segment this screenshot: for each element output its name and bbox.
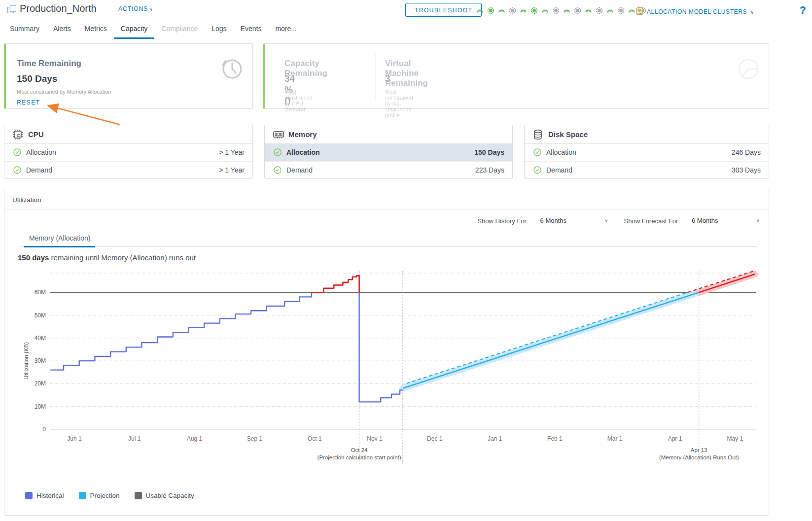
chevron-down-icon: ∨ bbox=[149, 7, 153, 12]
legend-projection: Projection bbox=[79, 492, 120, 499]
utilization-panel: Utilization Show History For: 6 Months∨ … bbox=[4, 190, 769, 516]
status-badge-gray-icon bbox=[617, 7, 625, 14]
pie-chart-icon bbox=[736, 57, 761, 83]
svg-text:Apr 13: Apr 13 bbox=[691, 447, 707, 453]
capacity-vm-remaining-card: Capacity Remaining 34 % () Most constrai… bbox=[263, 43, 769, 109]
svg-text:Nov 1: Nov 1 bbox=[367, 435, 383, 442]
chevron-down-icon: ∨ bbox=[604, 218, 608, 223]
svg-text:Jul 1: Jul 1 bbox=[128, 435, 141, 442]
troubleshoot-button[interactable]: TROUBLESHOOT bbox=[405, 3, 482, 17]
svg-text:(Projection calculation start: (Projection calculation start point) bbox=[318, 454, 401, 460]
capacity-page: { "colors": { "accent_blue": "#0079b8", … bbox=[0, 0, 812, 521]
cpu-demand-row[interactable]: Demand > 1 Year bbox=[4, 161, 252, 179]
chevron-down-icon: ∨ bbox=[750, 9, 754, 15]
svg-text:Apr 1: Apr 1 bbox=[668, 435, 682, 442]
health-arc-icon bbox=[628, 7, 635, 14]
runout-days: 150 days bbox=[18, 253, 49, 262]
vm-remaining-subtitle: Most constrained by tkg-small-node profi… bbox=[385, 89, 413, 118]
disk-space-card: Disk Space Allocation 246 Days Demand 30… bbox=[524, 125, 769, 179]
svg-text:Oct 24: Oct 24 bbox=[351, 447, 368, 453]
utilization-panel-title: Utilization bbox=[12, 196, 41, 204]
svg-text:Oct 1: Oct 1 bbox=[308, 435, 322, 442]
chart-controls: Show History For: 6 Months∨ Show Forecas… bbox=[477, 216, 761, 226]
cpu-card-title: CPU bbox=[28, 130, 44, 139]
status-badge-gray-icon bbox=[596, 7, 603, 14]
status-icon-strip bbox=[476, 7, 646, 14]
svg-text:Utilization (KB): Utilization (KB) bbox=[23, 342, 29, 380]
legend-historical: Historical bbox=[25, 492, 64, 499]
health-arc-icon bbox=[541, 7, 549, 14]
historical-swatch bbox=[25, 492, 33, 499]
check-circle-icon bbox=[274, 148, 282, 158]
health-arc-icon bbox=[476, 7, 484, 14]
legend-usable-capacity: Usable Capacity bbox=[135, 492, 194, 499]
svg-text:Jun 1: Jun 1 bbox=[67, 435, 82, 442]
usable-capacity-swatch bbox=[135, 492, 142, 499]
cluster-object-icon bbox=[7, 5, 15, 13]
svg-text:60M: 60M bbox=[35, 289, 46, 296]
disk-space-card-title: Disk Space bbox=[548, 130, 588, 139]
svg-text:Feb 1: Feb 1 bbox=[547, 435, 563, 442]
svg-text:30M: 30M bbox=[35, 357, 46, 364]
projection-swatch bbox=[79, 492, 86, 499]
check-circle-icon bbox=[13, 148, 21, 158]
app-header: Production_North ACTIONS∨ TROUBLESHOOT A… bbox=[0, 0, 812, 22]
history-range-select[interactable]: 6 Months∨ bbox=[539, 216, 609, 226]
forecast-range-select[interactable]: 6 Months∨ bbox=[691, 216, 761, 226]
tab-capacity[interactable]: Capacity bbox=[114, 22, 154, 39]
show-history-label: Show History For: bbox=[477, 217, 528, 225]
actions-menu-button[interactable]: ACTIONS∨ bbox=[118, 5, 153, 12]
tab-logs[interactable]: Logs bbox=[205, 22, 233, 39]
object-tabbar: Summary Alerts Metrics Capacity Complian… bbox=[3, 22, 304, 39]
runout-text: remaining until Memory (Allocation) runs… bbox=[49, 253, 196, 262]
status-badge-green-icon bbox=[487, 7, 494, 14]
card-divider bbox=[375, 53, 376, 101]
memory-card-header: Memory bbox=[265, 125, 512, 144]
vm-remaining-title: Virtual Machine Remaining bbox=[385, 59, 428, 88]
cpu-icon bbox=[12, 129, 23, 142]
check-circle-icon bbox=[533, 148, 541, 158]
tab-summary[interactable]: Summary bbox=[3, 22, 46, 39]
reset-link[interactable]: RESET bbox=[17, 99, 40, 106]
tab-events[interactable]: Events bbox=[234, 22, 269, 39]
check-circle-icon bbox=[13, 166, 21, 176]
tab-more[interactable]: more... bbox=[268, 22, 304, 39]
svg-text:Dec 1: Dec 1 bbox=[427, 435, 443, 442]
cpu-card: CPU Allocation > 1 Year Demand > 1 Year bbox=[4, 125, 253, 179]
tab-alerts[interactable]: Alerts bbox=[46, 22, 78, 39]
disk-allocation-row[interactable]: Allocation 246 Days bbox=[525, 144, 769, 161]
metric-tab-row: Memory (Allocation) bbox=[20, 234, 757, 247]
cpu-allocation-row[interactable]: Allocation > 1 Year bbox=[4, 144, 252, 161]
tab-compliance[interactable]: Compliance bbox=[154, 22, 205, 39]
runout-headline: 150 days remaining until Memory (Allocat… bbox=[18, 253, 196, 262]
disk-space-card-header: Disk Space bbox=[525, 125, 769, 144]
memory-allocation-row[interactable]: Allocation 150 Days bbox=[265, 144, 512, 161]
capacity-remaining-subtitle: Most constrained by CPU Demand bbox=[284, 89, 313, 112]
svg-text:Mar 1: Mar 1 bbox=[607, 435, 623, 442]
help-icon[interactable]: ? bbox=[800, 4, 806, 17]
divider bbox=[4, 209, 769, 209]
memory-card-title: Memory bbox=[288, 130, 317, 139]
health-arc-icon bbox=[606, 7, 614, 14]
disk-demand-row[interactable]: Demand 303 Days bbox=[525, 161, 769, 179]
health-arc-icon bbox=[498, 7, 505, 14]
svg-text:10M: 10M bbox=[35, 403, 46, 410]
memory-demand-row[interactable]: Demand 223 Days bbox=[265, 161, 512, 179]
svg-text:40M: 40M bbox=[35, 335, 46, 342]
status-badge-gray-icon bbox=[574, 7, 581, 14]
chevron-down-icon: ∨ bbox=[756, 218, 760, 223]
svg-text:0: 0 bbox=[42, 426, 46, 433]
policy-selector[interactable]: ALLOCATION MODEL CLUSTERS ∨ bbox=[636, 7, 754, 17]
svg-text:May 1: May 1 bbox=[727, 435, 743, 442]
tab-metrics[interactable]: Metrics bbox=[78, 22, 114, 39]
disk-icon bbox=[532, 129, 543, 142]
policy-selector-label: ALLOCATION MODEL CLUSTERS bbox=[647, 8, 747, 15]
health-arc-icon bbox=[563, 7, 570, 14]
tab-memory-allocation[interactable]: Memory (Allocation) bbox=[24, 234, 95, 247]
status-badge-gray-icon bbox=[509, 7, 516, 14]
show-forecast-label: Show Forecast For: bbox=[624, 217, 680, 225]
chart-legend: Historical Projection Usable Capacity bbox=[25, 492, 194, 499]
svg-text:20M: 20M bbox=[35, 380, 46, 387]
time-remaining-title: Time Remaining bbox=[17, 59, 81, 69]
memory-card: Memory Allocation 150 Days Demand 223 Da… bbox=[264, 125, 513, 179]
